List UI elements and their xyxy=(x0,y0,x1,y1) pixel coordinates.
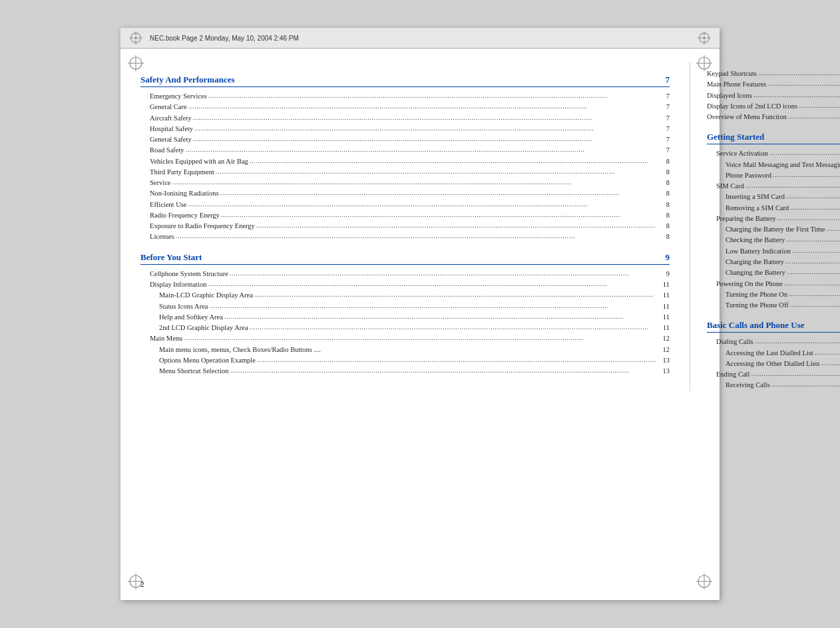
right-top-entries: Keypad Shortcuts .......................… xyxy=(707,69,840,122)
toc-dots: ........................................… xyxy=(771,379,840,390)
toc-page-number: 11 xyxy=(660,323,670,333)
toc-entry: Inserting a SIM Card ...................… xyxy=(707,192,840,202)
toc-dots: ........................................… xyxy=(176,231,656,241)
toc-dots: ........................................… xyxy=(254,289,656,300)
toc-dots: ........................................… xyxy=(230,268,656,279)
toc-entry-title: Service Activation .....................… xyxy=(707,148,840,159)
toc-dots: ........................................… xyxy=(799,100,840,111)
section-heading: Basic Calls and Phone Use23 xyxy=(707,320,840,333)
toc-entry: Non-Ionising Radiations ................… xyxy=(140,188,670,199)
toc-dots: ........................................… xyxy=(193,112,656,123)
toc-entry-title: Turning the Phone On ...................… xyxy=(707,289,840,300)
toc-page-number: 13 xyxy=(660,366,670,377)
toc-entry-title: Hospital Safety ........................… xyxy=(140,124,660,134)
toc-entry: Ending Call ............................… xyxy=(707,369,840,380)
toc-dots: ........................................… xyxy=(784,278,840,289)
section-title: Basic Calls and Phone Use xyxy=(707,320,805,331)
toc-entry: SIM Card ...............................… xyxy=(707,181,840,192)
toc-dots: ........................................… xyxy=(789,289,840,299)
reg-mark-top-left xyxy=(128,31,143,45)
toc-entry: Service ................................… xyxy=(140,178,670,188)
toc-entry-title: Charging the Battery ...................… xyxy=(707,257,840,267)
toc-entry-title: 2nd LCD Graphic Display Area ...........… xyxy=(140,323,660,333)
toc-dots: ........................................… xyxy=(184,333,656,343)
toc-page-number: 7 xyxy=(660,113,670,124)
top-bar: NEC.book Page 2 Monday, May 10, 2004 2:4… xyxy=(120,28,720,49)
toc-entry-title: Main Menu ..............................… xyxy=(140,333,660,344)
toc-entry: Main Phone Features ....................… xyxy=(707,79,840,90)
file-info: NEC.book Page 2 Monday, May 10, 2004 2:4… xyxy=(150,35,299,42)
toc-dots: ........................................… xyxy=(188,199,656,210)
toc-entry: Main menu icons, menus, Check Boxes/Radi… xyxy=(140,345,670,355)
toc-entry-title: Main menu icons, menus, Check Boxes/Radi… xyxy=(140,345,660,355)
toc-dots: ........................................… xyxy=(790,202,840,213)
reg-corner-br xyxy=(696,573,713,590)
toc-entry: Aircraft Safety ........................… xyxy=(140,113,670,124)
toc-entry: Displayed Icons ........................… xyxy=(707,90,840,101)
toc-entry: Overview of Menu Function ..............… xyxy=(707,112,840,122)
toc-dots: ........................................… xyxy=(172,177,656,188)
toc-dots: ........................................… xyxy=(257,355,656,365)
page-number: 2 xyxy=(140,580,144,588)
toc-entry-title: Third Party Equipment ..................… xyxy=(140,167,660,178)
toc-entry: Options Menu Operation Example .........… xyxy=(140,355,670,366)
svg-point-7 xyxy=(704,37,706,39)
toc-dots: ........................................… xyxy=(188,101,656,112)
toc-entry-title: Accessing the Other Dialled Lists ......… xyxy=(707,359,840,369)
toc-entry-title: Keypad Shortcuts .......................… xyxy=(707,69,840,79)
toc-dots: ........................................… xyxy=(193,134,656,144)
toc-dots: ........................................… xyxy=(753,90,840,100)
toc-dots: ........................................… xyxy=(208,279,656,289)
toc-dots: ........................................… xyxy=(769,148,840,158)
toc-dots: ........................................… xyxy=(230,365,656,376)
toc-dots: ........................................… xyxy=(821,358,840,369)
content-area: Safety And Performances7Emergency Servic… xyxy=(120,49,720,411)
toc-entry-title: Main-LCD Graphic Display Area ..........… xyxy=(140,290,660,301)
section-heading: Before You Start9 xyxy=(140,252,670,265)
toc-dots: ........................................… xyxy=(216,166,656,177)
toc-entry-title: Display Information ....................… xyxy=(140,279,660,290)
toc-page-number: 8 xyxy=(660,200,670,210)
toc-entry-title: General Safety .........................… xyxy=(140,134,660,145)
toc-entry-title: Displayed Icons ........................… xyxy=(707,90,840,101)
toc-entry-title: Options Menu Operation Example .........… xyxy=(140,355,660,366)
right-column: Keypad Shortcuts .......................… xyxy=(690,62,840,391)
toc-entry-title: Changing the Battery ...................… xyxy=(707,267,840,278)
toc-entry-title: Exposure to Radio Frequency Energy .....… xyxy=(140,221,660,232)
toc-entry-title: Road Safety ............................… xyxy=(140,145,660,156)
toc-entry: Hospital Safety ........................… xyxy=(140,124,670,134)
toc-entry-title: Turning the Phone Off ..................… xyxy=(707,300,840,311)
toc-entry-title: Help and Softkey Area ..................… xyxy=(140,312,660,323)
toc-entry-title: Powering On the Phone ..................… xyxy=(707,279,840,289)
toc-page-number: 8 xyxy=(660,156,670,167)
toc-entry: Main Menu ..............................… xyxy=(140,333,670,344)
toc-entry-title: Inserting a SIM Card ...................… xyxy=(707,192,840,202)
toc-dots: ........................................… xyxy=(826,224,840,234)
toc-entry: Emergency Services .....................… xyxy=(140,91,670,102)
toc-entry: Main-LCD Graphic Display Area ..........… xyxy=(140,290,670,301)
toc-entry: Accessing the Other Dialled Lists ......… xyxy=(707,359,840,369)
toc-entry-title: Receiving Calls ........................… xyxy=(707,380,840,391)
toc-dots: ........................................… xyxy=(815,347,840,358)
toc-entry: Status Icons Area ......................… xyxy=(140,301,670,312)
left-column: Safety And Performances7Emergency Servic… xyxy=(140,62,670,391)
toc-dots: ........................................… xyxy=(224,311,656,322)
section-page-number: 7 xyxy=(665,75,670,85)
toc-dots: ........................................… xyxy=(186,144,656,155)
toc-entry-title: Radio Frequency Energy .................… xyxy=(140,210,660,221)
toc-entry: Licenses ...............................… xyxy=(140,232,670,242)
toc-entry: Efficient Use ..........................… xyxy=(140,200,670,210)
toc-entry: Dialing Calls ..........................… xyxy=(707,337,840,347)
toc-entry: Vehicles Equipped with an Air Bag ......… xyxy=(140,156,670,167)
toc-entry-title: Efficient Use ..........................… xyxy=(140,200,660,210)
toc-entry: Voice Mail Messaging and Text Messaging … xyxy=(707,160,840,170)
toc-page-number: 11 xyxy=(660,312,670,323)
toc-dots: ........................................… xyxy=(790,299,840,310)
toc-entry-title: SIM Card ...............................… xyxy=(707,181,840,192)
toc-page-number: 8 xyxy=(660,221,670,232)
toc-dots: ........................................… xyxy=(773,170,840,180)
toc-dots: ........................................… xyxy=(767,78,840,89)
toc-dots: ........................................… xyxy=(792,245,840,256)
toc-dots: ........................................… xyxy=(745,180,840,191)
toc-entry: Display Information ....................… xyxy=(140,279,670,290)
